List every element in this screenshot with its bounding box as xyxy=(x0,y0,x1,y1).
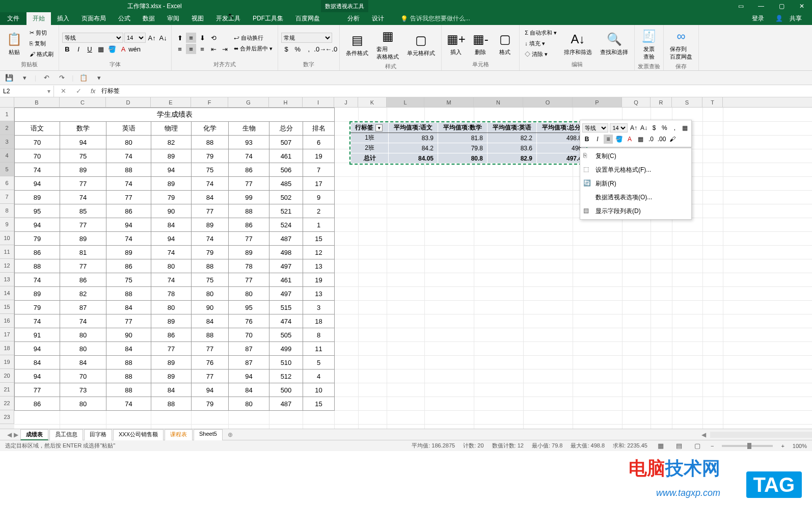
mini-comma-icon[interactable]: , xyxy=(670,123,679,133)
painter-button[interactable]: 🖌 格式刷 xyxy=(28,49,56,59)
mini-inc-decimal-icon[interactable]: .00 xyxy=(657,135,666,144)
tab-home[interactable]: 开始 xyxy=(26,12,51,25)
pivot-header[interactable]: 行标签▾ xyxy=(351,123,389,133)
merge-center-button[interactable]: ⬌ 合并后居中 ▾ xyxy=(232,44,275,54)
data-cell[interactable]: 82 xyxy=(151,136,192,149)
mini-font-select[interactable]: 等线 xyxy=(582,123,608,133)
data-cell[interactable]: 86 xyxy=(106,259,151,273)
data-cell[interactable]: 19 xyxy=(303,273,335,287)
pivot-cell[interactable]: 498.8 xyxy=(537,133,586,143)
data-cell[interactable]: 89 xyxy=(151,370,192,383)
mini-border3-icon[interactable]: ▦ xyxy=(681,123,689,133)
col-header-O[interactable]: O xyxy=(523,97,573,107)
data-cell[interactable]: 94 xyxy=(151,163,192,177)
col-header-E[interactable]: E xyxy=(151,97,191,107)
menu-show-fields[interactable]: ▤显示字段列表(D) xyxy=(580,204,691,218)
data-cell[interactable]: 88 xyxy=(192,328,229,342)
data-cell[interactable]: 86 xyxy=(15,397,60,411)
data-cell[interactable]: 74 xyxy=(106,177,151,191)
menu-pivot-options[interactable]: 数据透视表选项(O)... xyxy=(580,191,691,204)
data-cell[interactable]: 510 xyxy=(269,356,303,370)
data-cell[interactable]: 79 xyxy=(192,397,229,411)
data-cell[interactable]: 474 xyxy=(269,314,303,328)
data-cell[interactable]: 81 xyxy=(60,246,106,259)
mini-dec-decimal-icon[interactable]: .0 xyxy=(646,135,656,144)
maximize-icon[interactable]: ▢ xyxy=(771,3,792,10)
data-cell[interactable]: 80 xyxy=(229,287,269,301)
italic-button[interactable]: I xyxy=(73,44,84,54)
data-cell[interactable]: 77 xyxy=(106,191,151,204)
font-size-select[interactable]: 14 xyxy=(124,33,146,43)
data-cell[interactable]: 84 xyxy=(192,191,229,204)
pivot-cell[interactable]: 81.8 xyxy=(438,133,488,143)
data-cell[interactable]: 500 xyxy=(269,383,303,397)
align-middle-icon[interactable]: ≡ xyxy=(186,33,196,43)
login-button[interactable]: 登录 xyxy=(747,14,769,23)
data-cell[interactable]: 84 xyxy=(192,314,229,328)
row-header-10[interactable]: 10 xyxy=(0,231,14,245)
data-cell[interactable]: 89 xyxy=(151,356,192,370)
comma-icon[interactable]: , xyxy=(304,44,314,54)
align-right-icon[interactable]: ≡ xyxy=(197,44,207,54)
data-cell[interactable]: 521 xyxy=(269,204,303,218)
tab-layout[interactable]: 页面布局 xyxy=(75,12,112,25)
tab-view[interactable]: 视图 xyxy=(185,12,210,25)
data-cell[interactable]: 499 xyxy=(269,342,303,356)
add-sheet-button[interactable]: ⊕ xyxy=(224,431,237,438)
increase-font-icon[interactable]: A↑ xyxy=(147,33,157,43)
col-header-B[interactable]: B xyxy=(14,97,60,107)
data-cell[interactable]: 461 xyxy=(269,273,303,287)
sheet-tab-3[interactable]: XXX公司销售额 xyxy=(113,429,164,440)
tab-design[interactable]: 设计 xyxy=(366,12,390,25)
tab-pdf[interactable]: PDF工具集 xyxy=(247,12,289,25)
data-cell[interactable]: 77 xyxy=(192,342,229,356)
tab-data[interactable]: 数据 xyxy=(137,12,161,25)
font-name-select[interactable]: 等线 xyxy=(62,33,123,43)
col-header-M[interactable]: M xyxy=(424,97,474,107)
row-header-16[interactable]: 16 xyxy=(0,314,14,328)
data-cell[interactable]: 79 xyxy=(192,149,229,163)
col-header-cell[interactable]: 排名 xyxy=(303,122,335,136)
share-button[interactable]: 👤 共享 xyxy=(770,14,812,23)
cancel-formula-icon[interactable]: ✕ xyxy=(58,86,68,96)
menu-copy[interactable]: ⎘复制(C) xyxy=(580,149,691,163)
row-header-11[interactable]: 11 xyxy=(0,245,14,259)
data-cell[interactable]: 80 xyxy=(192,287,229,301)
data-cell[interactable]: 86 xyxy=(60,273,106,287)
row-header-23[interactable]: 23 xyxy=(0,410,14,424)
data-cell[interactable]: 99 xyxy=(229,191,269,204)
pivot-cell[interactable]: 83.6 xyxy=(488,143,537,153)
data-cell[interactable]: 89 xyxy=(192,218,229,232)
data-cell[interactable]: 88 xyxy=(192,136,229,149)
ribbon-options-icon[interactable]: ▭ xyxy=(730,3,751,10)
indent-inc-icon[interactable]: ⇥ xyxy=(220,44,230,54)
undo-icon[interactable]: ↶ xyxy=(41,73,51,83)
sheet-tab-0[interactable]: 成绩表 xyxy=(20,429,48,440)
dec-decimal-icon[interactable]: ←.0 xyxy=(326,44,336,54)
clear-button[interactable]: ◇ 清除 ▾ xyxy=(523,49,559,59)
data-cell[interactable]: 89 xyxy=(15,191,60,204)
pivot-cell[interactable]: 2班 xyxy=(351,143,389,153)
col-header-S[interactable]: S xyxy=(672,97,702,107)
data-cell[interactable]: 85 xyxy=(60,204,106,218)
data-cell[interactable]: 84 xyxy=(15,356,60,370)
col-header-J[interactable]: J xyxy=(334,97,358,107)
data-cell[interactable]: 77 xyxy=(229,232,269,246)
data-cell[interactable]: 88 xyxy=(106,163,151,177)
data-cell[interactable]: 88 xyxy=(229,204,269,218)
col-header-cell[interactable]: 物理 xyxy=(151,122,192,136)
data-cell[interactable]: 78 xyxy=(151,287,192,301)
minimize-icon[interactable]: — xyxy=(751,3,771,10)
pivot-cell[interactable]: 83.9 xyxy=(389,133,438,143)
col-header-D[interactable]: D xyxy=(106,97,151,107)
zoom-in-icon[interactable]: + xyxy=(781,443,784,449)
col-header-cell[interactable]: 英语 xyxy=(106,122,151,136)
col-header-I[interactable]: I xyxy=(303,97,334,107)
insert-cells-button[interactable]: ▦+插入 xyxy=(445,30,467,57)
data-cell[interactable]: 74 xyxy=(15,163,60,177)
underline-button[interactable]: U xyxy=(85,44,95,54)
mini-currency-icon[interactable]: $ xyxy=(650,123,659,133)
cut-button[interactable]: ✂ 剪切 xyxy=(28,28,56,38)
tell-me-search[interactable]: 💡 告诉我您想要做什么... xyxy=(400,14,470,23)
hscrollbar[interactable] xyxy=(710,432,812,438)
